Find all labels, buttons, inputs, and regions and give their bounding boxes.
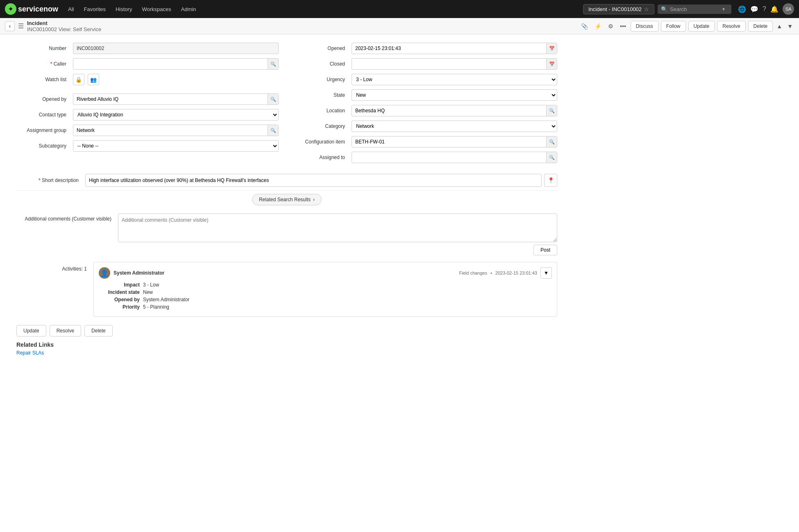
menu-icon[interactable]: ☰ bbox=[18, 22, 24, 30]
activity-meta: Field changes • 2023-02-15 23:01:43 bbox=[459, 271, 537, 275]
short-desc-input[interactable] bbox=[85, 174, 542, 187]
nav-icons: 🌐 💬 ? 🔔 SA bbox=[738, 3, 794, 15]
caller-search-button[interactable]: 🔍 bbox=[268, 59, 278, 69]
activity-filter-button[interactable]: ▼ bbox=[540, 267, 552, 279]
logo: ✦ servicenow bbox=[5, 3, 58, 15]
bell-icon[interactable]: 🔔 bbox=[770, 5, 779, 13]
lightning-icon[interactable]: ⚡ bbox=[592, 22, 604, 31]
assignment-group-label: Assignment group bbox=[16, 127, 70, 133]
resolve-button-top[interactable]: Resolve bbox=[717, 21, 745, 32]
comments-section: Additional comments (Customer visible) P… bbox=[16, 214, 557, 255]
nav-admin[interactable]: Admin bbox=[178, 5, 200, 14]
urgency-select[interactable]: 1 - High 2 - Medium 3 - Low bbox=[352, 74, 557, 85]
location-input[interactable] bbox=[352, 105, 557, 116]
related-search-bar: Related Search Results › bbox=[16, 190, 557, 209]
urgency-label: Urgency bbox=[295, 77, 348, 82]
watchlist-lock-button[interactable]: 🔒 bbox=[73, 74, 84, 85]
assigned-to-search-button[interactable]: 🔍 bbox=[546, 152, 557, 163]
update-button-top[interactable]: Update bbox=[688, 21, 715, 32]
comments-textarea[interactable] bbox=[118, 214, 557, 242]
search-container: 🔍 ▼ bbox=[658, 5, 731, 14]
repair-sla-link[interactable]: Repair SLAs bbox=[16, 350, 44, 356]
watchlist-row: Watch list 🔒 👥 bbox=[16, 74, 279, 85]
activity-fields: Impact 3 - Low Incident state New Opened… bbox=[99, 282, 552, 310]
post-btn-row: Post bbox=[16, 245, 557, 255]
assignment-group-input[interactable] bbox=[73, 125, 279, 136]
nav-workspaces[interactable]: Workspaces bbox=[138, 5, 174, 14]
opened-input-wrap: 📅 bbox=[352, 43, 557, 54]
user-avatar[interactable]: SA bbox=[783, 3, 794, 15]
related-search-button[interactable]: Related Search Results › bbox=[252, 194, 322, 205]
number-field bbox=[73, 43, 279, 54]
search-dropdown-arrow[interactable]: ▼ bbox=[722, 7, 726, 11]
activity-username: System Administrator bbox=[113, 270, 164, 276]
activity-meta-dot: • bbox=[490, 271, 492, 275]
related-search-label: Related Search Results bbox=[259, 197, 311, 202]
chat-icon[interactable]: 💬 bbox=[750, 5, 758, 13]
contact-type-label: Contact type bbox=[16, 112, 70, 118]
nav-favorites[interactable]: Favorites bbox=[81, 5, 109, 14]
opened-by-search-button[interactable]: 🔍 bbox=[268, 94, 278, 105]
delete-button-bottom[interactable]: Delete bbox=[84, 325, 113, 336]
activity-opened-by-value: System Administrator bbox=[143, 297, 189, 302]
short-desc-label: Short description bbox=[16, 177, 82, 183]
help-icon[interactable]: ? bbox=[763, 5, 766, 13]
nav-down-button[interactable]: ▼ bbox=[786, 22, 794, 31]
caller-label: Caller bbox=[16, 61, 70, 67]
activity-avatar: 👤 bbox=[99, 267, 110, 279]
watchlist-person-button[interactable]: 👥 bbox=[88, 74, 99, 85]
comments-label: Additional comments (Customer visible) bbox=[16, 214, 115, 222]
logo-text: servicenow bbox=[18, 5, 58, 14]
category-select[interactable]: Network Hardware Software Database Inqui… bbox=[352, 120, 557, 132]
opened-by-label: Opened by bbox=[16, 96, 70, 102]
opened-input[interactable] bbox=[352, 43, 557, 54]
nav-history[interactable]: History bbox=[112, 5, 135, 14]
comments-label-row: Additional comments (Customer visible) bbox=[16, 214, 557, 242]
breadcrumb: Incident INC0010002 View: Self Service bbox=[27, 20, 101, 32]
resolve-button-bottom[interactable]: Resolve bbox=[50, 325, 81, 336]
update-button-bottom[interactable]: Update bbox=[16, 325, 46, 336]
category-label: Category bbox=[295, 123, 348, 129]
paperclip-icon[interactable]: 📎 bbox=[579, 22, 590, 31]
opened-calendar-button[interactable]: 📅 bbox=[546, 43, 557, 54]
nav-all[interactable]: All bbox=[65, 5, 77, 14]
config-item-search-button[interactable]: 🔍 bbox=[546, 136, 557, 147]
post-button[interactable]: Post bbox=[533, 245, 557, 255]
star-icon[interactable]: ☆ bbox=[644, 6, 649, 12]
closed-label: Closed bbox=[295, 61, 348, 67]
opened-by-input[interactable] bbox=[73, 93, 279, 105]
form-left-col: Number Caller 🔍 Watch list 🔒 👥 O bbox=[16, 43, 287, 167]
globe-icon[interactable]: 🌐 bbox=[738, 5, 746, 13]
subcategory-select[interactable]: -- None -- Connectivity Hardware Softwar… bbox=[73, 140, 279, 152]
follow-button[interactable]: Follow bbox=[661, 21, 686, 32]
back-button[interactable]: ‹ bbox=[5, 21, 15, 31]
more-icon[interactable]: ••• bbox=[618, 22, 628, 31]
config-item-input[interactable] bbox=[352, 136, 557, 148]
breadcrumb-view-text: View: Self Service bbox=[59, 26, 102, 32]
location-search-button[interactable]: 🔍 bbox=[546, 105, 557, 116]
opened-by-row: Opened by 🔍 bbox=[16, 93, 279, 105]
assigned-to-input-wrap: 🔍 bbox=[352, 152, 557, 163]
assignment-group-search-button[interactable]: 🔍 bbox=[268, 125, 278, 136]
config-item-row: Configuration item 🔍 bbox=[295, 136, 557, 148]
contact-type-select[interactable]: Alluvio IQ Integration Email Phone Self-… bbox=[73, 109, 279, 120]
assignment-group-row: Assignment group 🔍 bbox=[16, 125, 279, 136]
caller-input[interactable] bbox=[73, 58, 279, 70]
delete-button-top[interactable]: Delete bbox=[748, 21, 773, 32]
nav-up-button[interactable]: ▲ bbox=[775, 22, 783, 31]
location-label: Location bbox=[295, 108, 348, 114]
closed-input-wrap: 📅 bbox=[352, 58, 557, 70]
activity-state-row: Incident state New bbox=[99, 289, 552, 295]
state-select[interactable]: New In Progress On Hold Resolved Closed … bbox=[352, 89, 557, 101]
opened-label: Opened bbox=[295, 45, 348, 51]
number-row: Number bbox=[16, 43, 279, 54]
contact-type-row: Contact type Alluvio IQ Integration Emai… bbox=[16, 109, 279, 120]
short-desc-pin-button[interactable]: 📍 bbox=[544, 174, 557, 187]
search-input[interactable] bbox=[670, 6, 719, 12]
closed-calendar-button[interactable]: 📅 bbox=[546, 59, 557, 69]
assigned-to-input[interactable] bbox=[352, 152, 557, 163]
settings-icon[interactable]: ⚙ bbox=[606, 22, 615, 31]
incident-badge[interactable]: Incident - INC0010002 ☆ bbox=[583, 4, 654, 14]
discuss-button[interactable]: Discuss bbox=[631, 21, 658, 32]
closed-input[interactable] bbox=[352, 58, 557, 70]
